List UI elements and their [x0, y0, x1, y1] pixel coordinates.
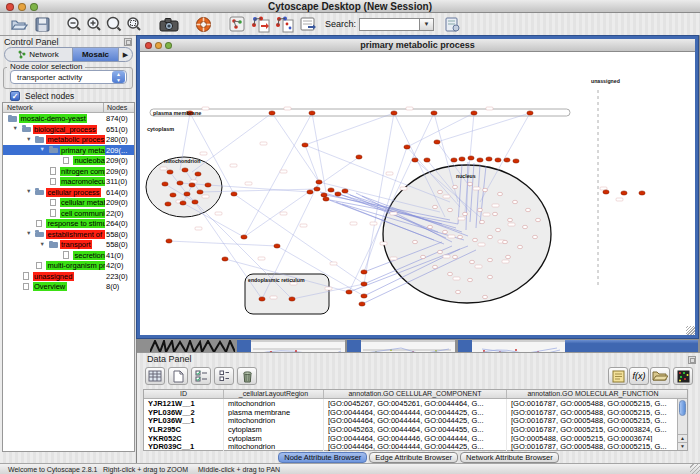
expand-arrow-icon[interactable]: ▼ — [40, 146, 45, 152]
node[interactable] — [527, 111, 533, 115]
tree-row[interactable]: ▼cellular process614(0) — [3, 187, 134, 198]
node[interactable] — [488, 235, 493, 238]
background-window-fragment[interactable] — [361, 340, 455, 352]
node[interactable] — [508, 218, 513, 221]
node[interactable] — [289, 297, 295, 301]
open-attributes-folder-icon[interactable] — [650, 367, 670, 385]
node[interactable] — [328, 188, 334, 192]
node[interactable] — [433, 205, 438, 208]
node[interactable] — [346, 290, 352, 294]
node[interactable] — [496, 228, 501, 231]
node[interactable] — [165, 202, 171, 206]
node[interactable] — [259, 297, 265, 301]
node[interactable] — [361, 294, 367, 298]
node[interactable] — [231, 192, 237, 196]
node[interactable] — [222, 257, 228, 261]
zoom-in-icon[interactable] — [84, 15, 104, 33]
search-input[interactable] — [359, 18, 419, 31]
node[interactable] — [488, 258, 493, 261]
node[interactable] — [504, 158, 510, 162]
node[interactable] — [307, 190, 313, 194]
node[interactable] — [323, 197, 329, 201]
tree-row[interactable]: ▼biological_process651(0) — [3, 124, 134, 135]
import-attributes-icon[interactable] — [272, 15, 296, 33]
node[interactable] — [603, 190, 609, 194]
zoom-selected-icon[interactable] — [124, 15, 144, 33]
node[interactable] — [506, 255, 511, 258]
float-panel-icon[interactable] — [124, 38, 132, 46]
node[interactable] — [412, 158, 418, 162]
table-column-header[interactable]: _cellularLayoutRegion — [224, 390, 324, 398]
browser-tab[interactable]: Edge Attribute Browser — [369, 452, 458, 463]
node[interactable] — [197, 190, 203, 194]
node[interactable] — [523, 225, 528, 228]
table-column-header[interactable]: ID — [144, 390, 224, 398]
tree-row[interactable]: cell communicat22(0) — [3, 208, 134, 219]
tree-row[interactable]: multi-organism pro42(0) — [3, 260, 134, 271]
node[interactable] — [321, 193, 327, 197]
node[interactable] — [361, 270, 367, 274]
select-nodes-checkbox[interactable]: ✓ — [10, 91, 20, 101]
node[interactable] — [404, 145, 410, 149]
node[interactable] — [391, 111, 397, 115]
matrix-grid-icon[interactable] — [673, 367, 693, 385]
node[interactable] — [468, 278, 473, 281]
node[interactable] — [195, 172, 201, 176]
tree-row[interactable]: nucleobase-209(0) — [3, 155, 134, 166]
node[interactable] — [433, 265, 438, 268]
node[interactable] — [421, 255, 426, 258]
background-window-fragment[interactable] — [472, 340, 565, 352]
node[interactable] — [438, 190, 443, 193]
node[interactable] — [480, 220, 485, 223]
node[interactable] — [166, 239, 172, 243]
data-panel-float-icon[interactable] — [688, 356, 696, 364]
node[interactable] — [180, 201, 186, 205]
table-row[interactable]: YLR295C cytoplasm [GO:0045263, GO:004446… — [144, 425, 687, 434]
node[interactable] — [167, 170, 173, 174]
expand-arrow-icon[interactable]: ▼ — [26, 230, 31, 236]
expand-arrow-icon[interactable]: ▼ — [40, 241, 45, 247]
tree-row[interactable]: ▼establishment of lo558(0) — [3, 229, 134, 240]
tree-row[interactable]: nitrogen compo209(0) — [3, 166, 134, 177]
background-window-frame[interactable] — [347, 340, 361, 352]
node[interactable] — [483, 188, 488, 191]
node-color-dropdown[interactable]: transporter activity ▲▼ — [10, 70, 127, 84]
table-row[interactable]: YPL036W__2 plasma membrane [GO:0044464, … — [144, 408, 687, 417]
snapshot-camera-icon[interactable] — [156, 15, 182, 33]
open-file-icon[interactable] — [8, 15, 30, 33]
table-scrollbar[interactable]: ▲ ▼ — [677, 399, 687, 450]
browser-tab[interactable]: Node Attribute Browser — [278, 452, 367, 463]
window-resize-grip[interactable] — [686, 326, 695, 335]
node[interactable] — [639, 191, 645, 195]
save-icon[interactable] — [30, 15, 54, 33]
notes-pad-icon[interactable] — [608, 367, 628, 385]
search-dropdown-arrow[interactable]: ▼ — [419, 18, 434, 31]
attribute-list-icon[interactable] — [214, 367, 234, 385]
network-window-titlebar[interactable]: primary metabolic process — [140, 39, 695, 52]
attribute-table-icon[interactable] — [145, 367, 165, 385]
node[interactable] — [458, 235, 463, 238]
table-column-header[interactable]: annotation.GO CELLULAR_COMPONENT — [324, 390, 507, 398]
node[interactable] — [503, 240, 508, 243]
delete-attribute-trash-icon[interactable] — [237, 367, 257, 385]
scrollbar-thumb[interactable] — [679, 400, 686, 416]
node[interactable] — [473, 238, 478, 241]
vizmapper-icon[interactable] — [296, 15, 320, 33]
tree-row[interactable]: ▼metabolic process280(0) — [3, 134, 134, 145]
node[interactable] — [459, 157, 465, 161]
browser-tab[interactable]: Network Attribute Browser — [460, 452, 559, 463]
node[interactable] — [424, 158, 430, 162]
node[interactable] — [434, 140, 440, 144]
node[interactable] — [477, 158, 483, 162]
node[interactable] — [184, 192, 190, 196]
node[interactable] — [448, 208, 453, 211]
background-window-fragment[interactable] — [251, 340, 345, 352]
node[interactable] — [470, 260, 475, 263]
node[interactable] — [192, 200, 198, 204]
node[interactable] — [451, 158, 457, 162]
node[interactable] — [463, 212, 468, 215]
node[interactable] — [468, 156, 474, 160]
node[interactable] — [361, 282, 367, 286]
background-window-frame[interactable] — [565, 340, 698, 352]
node[interactable] — [316, 180, 322, 184]
